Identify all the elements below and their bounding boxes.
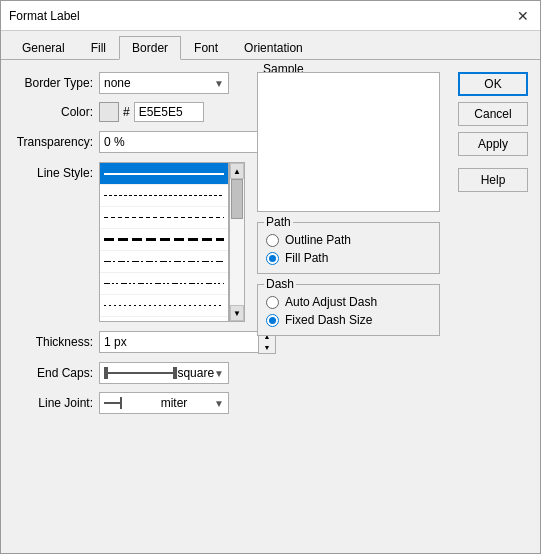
color-control: # xyxy=(99,102,245,122)
thickness-control: ▲ ▼ xyxy=(99,330,245,354)
ec-mid-line xyxy=(108,372,173,374)
right-main: Sample Path Outline Path xyxy=(257,72,440,336)
line-style-label: Line Style: xyxy=(13,162,93,180)
border-type-control: none ▼ xyxy=(99,72,245,94)
color-hash: # xyxy=(123,105,130,119)
list-item[interactable] xyxy=(100,295,228,317)
list-item[interactable] xyxy=(100,273,228,295)
line-style-container: Line Style: xyxy=(13,162,245,322)
end-caps-select[interactable]: square ▼ xyxy=(99,362,229,384)
tab-bar: General Fill Border Font Orientation xyxy=(1,31,540,60)
transparency-input[interactable] xyxy=(99,131,258,153)
fixed-dash-size-radio-dot xyxy=(269,317,276,324)
end-caps-control: square ▼ xyxy=(99,362,245,384)
auto-adjust-dash-row: Auto Adjust Dash xyxy=(266,295,431,309)
line-style-scrollbar[interactable]: ▲ ▼ xyxy=(229,162,245,322)
outline-path-radio[interactable] xyxy=(266,234,279,247)
dialog-title: Format Label xyxy=(9,9,80,23)
title-bar: Format Label ✕ xyxy=(1,1,540,31)
tab-general[interactable]: General xyxy=(9,36,78,60)
line-joint-select[interactable]: miter ▼ xyxy=(99,392,229,414)
end-caps-label: End Caps: xyxy=(13,366,93,380)
fixed-dash-size-label: Fixed Dash Size xyxy=(285,313,372,327)
list-item[interactable] xyxy=(100,317,228,322)
color-label: Color: xyxy=(13,105,93,119)
color-hex-input[interactable] xyxy=(134,102,204,122)
line-joint-control: miter ▼ xyxy=(99,392,245,414)
path-group: Path Outline Path Fill Path xyxy=(257,222,440,274)
dash-group: Dash Auto Adjust Dash Fixed Dash Size xyxy=(257,284,440,336)
fill-path-label: Fill Path xyxy=(285,251,328,265)
help-button[interactable]: Help xyxy=(458,168,528,192)
border-type-select[interactable]: none ▼ xyxy=(99,72,229,94)
line-dash-dot-dot-preview xyxy=(104,283,224,284)
auto-adjust-dash-label: Auto Adjust Dash xyxy=(285,295,377,309)
thickness-row: Thickness: ▲ ▼ xyxy=(13,330,245,354)
list-item[interactable] xyxy=(100,251,228,273)
scrollbar-up-button[interactable]: ▲ xyxy=(230,163,244,179)
tab-orientation[interactable]: Orientation xyxy=(231,36,316,60)
thickness-label: Thickness: xyxy=(13,335,93,349)
cancel-button[interactable]: Cancel xyxy=(458,102,528,126)
list-item[interactable] xyxy=(100,163,228,185)
end-caps-preview-icon xyxy=(104,367,177,379)
transparency-row: Transparency: ▲ ▼ xyxy=(13,130,245,154)
line-joint-label: Line Joint: xyxy=(13,396,93,410)
line-joint-row: Line Joint: miter ▼ xyxy=(13,392,245,414)
transparency-label: Transparency: xyxy=(13,135,93,149)
fill-path-radio-dot xyxy=(269,255,276,262)
scrollbar-track[interactable] xyxy=(230,179,244,305)
transparency-control: ▲ ▼ xyxy=(99,130,245,154)
line-dashed-medium-preview xyxy=(104,217,224,218)
line-style-scrollbar-wrapper: ▲ ▼ xyxy=(99,162,245,322)
close-button[interactable]: ✕ xyxy=(514,7,532,25)
lj-vertical xyxy=(120,397,122,409)
right-top-area: Sample Path Outline Path xyxy=(257,72,528,336)
line-joint-arrow-icon: ▼ xyxy=(214,398,224,409)
action-buttons: OK Cancel Apply Help xyxy=(450,72,528,336)
line-dotted-preview xyxy=(104,305,224,306)
list-item[interactable] xyxy=(100,229,228,251)
outline-path-row: Outline Path xyxy=(266,233,431,247)
apply-button[interactable]: Apply xyxy=(458,132,528,156)
line-joint-preview-icon xyxy=(104,395,134,411)
thickness-input[interactable] xyxy=(99,331,258,353)
list-item[interactable] xyxy=(100,207,228,229)
thickness-spinner: ▲ ▼ xyxy=(99,330,229,354)
sample-section: Sample xyxy=(257,72,440,212)
list-item[interactable] xyxy=(100,185,228,207)
end-caps-arrow-icon: ▼ xyxy=(214,368,224,379)
tab-fill[interactable]: Fill xyxy=(78,36,119,60)
ok-button[interactable]: OK xyxy=(458,72,528,96)
scrollbar-down-button[interactable]: ▼ xyxy=(230,305,244,321)
tab-font[interactable]: Font xyxy=(181,36,231,60)
border-type-arrow-icon: ▼ xyxy=(214,78,224,89)
sample-box xyxy=(257,72,440,212)
content-area: Border Type: none ▼ Color: # xyxy=(1,60,540,553)
border-type-value: none xyxy=(104,76,131,90)
border-type-label: Border Type: xyxy=(13,76,93,90)
end-caps-value: square xyxy=(177,366,214,380)
line-joint-value: miter xyxy=(161,396,188,410)
line-dash-dot-preview xyxy=(104,261,224,262)
scrollbar-thumb[interactable] xyxy=(231,179,243,219)
dash-group-label: Dash xyxy=(264,277,296,291)
fill-path-radio[interactable] xyxy=(266,252,279,265)
path-group-label: Path xyxy=(264,215,293,229)
outline-path-label: Outline Path xyxy=(285,233,351,247)
right-panel: Sample Path Outline Path xyxy=(257,72,528,541)
line-dashed-long-preview xyxy=(104,238,224,241)
transparency-spinner: ▲ ▼ xyxy=(99,130,229,154)
fixed-dash-size-radio[interactable] xyxy=(266,314,279,327)
left-panel: Border Type: none ▼ Color: # xyxy=(13,72,245,541)
auto-adjust-dash-radio[interactable] xyxy=(266,296,279,309)
color-row: Color: # xyxy=(13,102,245,122)
end-caps-row: End Caps: square ▼ xyxy=(13,362,245,384)
format-label-dialog: Format Label ✕ General Fill Border Font … xyxy=(0,0,541,554)
line-solid-preview xyxy=(104,173,224,175)
line-style-list[interactable] xyxy=(99,162,229,322)
fill-path-row: Fill Path xyxy=(266,251,431,265)
tab-border[interactable]: Border xyxy=(119,36,181,60)
border-type-row: Border Type: none ▼ xyxy=(13,72,245,94)
color-swatch[interactable] xyxy=(99,102,119,122)
